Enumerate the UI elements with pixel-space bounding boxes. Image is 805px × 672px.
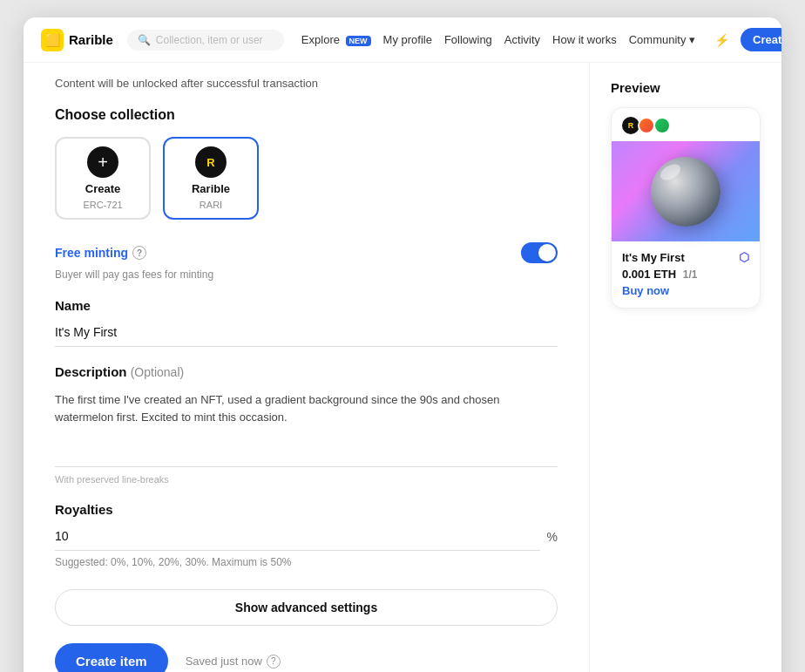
form-area: Content will be unlocked after successfu…	[24, 63, 590, 672]
logo[interactable]: 🟨 Rarible	[41, 29, 113, 51]
name-label: Name	[55, 298, 558, 313]
create-card-label: Create	[85, 182, 120, 195]
free-minting-description: Buyer will pay gas fees for minting	[55, 268, 558, 281]
rarible-card-icon: R	[195, 146, 227, 178]
saved-help-icon[interactable]: ?	[267, 655, 281, 669]
plus-icon: +	[87, 146, 118, 178]
preview-area: Preview R It's My First ⬡	[590, 63, 781, 672]
nav-my-profile[interactable]: My profile	[383, 33, 432, 46]
preview-title: Preview	[611, 80, 761, 95]
preview-nft-title: It's My First ⬡	[622, 250, 749, 264]
sphere-shine	[658, 160, 683, 182]
navbar: 🟨 Rarible 🔍 Collection, item or user Exp…	[24, 17, 781, 63]
create-item-button[interactable]: Create item	[55, 643, 168, 672]
royalties-input[interactable]	[55, 526, 540, 551]
choose-collection-title: Choose collection	[55, 107, 558, 123]
lightning-icon[interactable]: ⚡	[709, 28, 734, 52]
description-optional: (Optional)	[131, 365, 184, 379]
preview-rarible-logo: R	[622, 117, 639, 134]
nav-links: Explore NEW My profile Following Activit…	[301, 33, 695, 46]
nav-actions: ⚡ Create ▼ 🌙	[709, 28, 781, 52]
collection-card-create[interactable]: + Create ERC-721	[55, 137, 151, 220]
saved-label: Saved just now	[186, 655, 262, 668]
search-icon: 🔍	[138, 34, 151, 46]
collection-cards: + Create ERC-721 R Rarible RARI	[55, 137, 558, 220]
explore-badge: NEW	[346, 36, 371, 46]
preview-edition: 1/1	[683, 268, 698, 281]
preview-card: R It's My First ⬡ 0.001 ETH	[611, 107, 761, 309]
preview-price: 0.001 ETH 1/1	[622, 268, 749, 281]
preview-nft-image	[612, 141, 760, 241]
nav-activity[interactable]: Activity	[504, 33, 540, 46]
main-content: Content will be unlocked after successfu…	[24, 63, 781, 672]
advanced-settings-button[interactable]: Show advanced settings	[55, 589, 558, 626]
royalties-unit: %	[547, 530, 558, 547]
search-bar[interactable]: 🔍 Collection, item or user	[127, 30, 284, 51]
free-minting-row: Free minting ?	[55, 242, 558, 263]
description-label: Description (Optional)	[55, 364, 558, 379]
preview-card-header: R	[612, 108, 760, 141]
free-minting-label: Free minting ?	[55, 246, 146, 260]
preview-card-body: It's My First ⬡ 0.001 ETH 1/1 Buy now	[612, 241, 760, 308]
saved-notice: Saved just now ?	[186, 655, 281, 669]
preview-avatar-2	[653, 117, 671, 134]
nav-how-it-works[interactable]: How it works	[552, 33, 617, 46]
toggle-knob	[538, 244, 556, 261]
nav-explore[interactable]: Explore NEW	[301, 33, 371, 46]
preserved-hint: With preserved line-breaks	[55, 474, 558, 485]
name-input[interactable]	[55, 322, 558, 347]
collection-card-rarible[interactable]: R Rarible RARI	[163, 137, 259, 220]
search-placeholder: Collection, item or user	[156, 34, 263, 46]
nav-create-button[interactable]: Create	[741, 28, 781, 51]
preview-avatar-1	[638, 117, 655, 134]
free-minting-toggle[interactable]	[521, 242, 558, 263]
preview-buy-now[interactable]: Buy now	[622, 284, 749, 297]
royalties-label: Royalties	[55, 502, 558, 517]
description-textarea[interactable]: The first time I've created an NFT, used…	[55, 388, 558, 467]
rarible-card-sub: RARI	[200, 200, 222, 210]
royalties-row: %	[55, 526, 558, 551]
nav-following[interactable]: Following	[444, 33, 492, 46]
rarible-card-label: Rarible	[192, 182, 230, 195]
logo-icon: 🟨	[41, 29, 64, 51]
free-minting-help-icon[interactable]: ?	[132, 246, 146, 260]
create-row: Create item Saved just now ?	[55, 643, 558, 672]
unlock-notice: Content will be unlocked after successfu…	[55, 77, 558, 90]
create-card-sub: ERC-721	[83, 200, 122, 210]
eth-icon: ⬡	[739, 250, 749, 264]
nav-community[interactable]: Community ▾	[629, 33, 695, 46]
logo-text: Rarible	[69, 32, 113, 47]
nft-sphere	[651, 157, 720, 227]
royalties-hint: Suggested: 0%, 10%, 20%, 30%. Maximum is…	[55, 556, 558, 568]
